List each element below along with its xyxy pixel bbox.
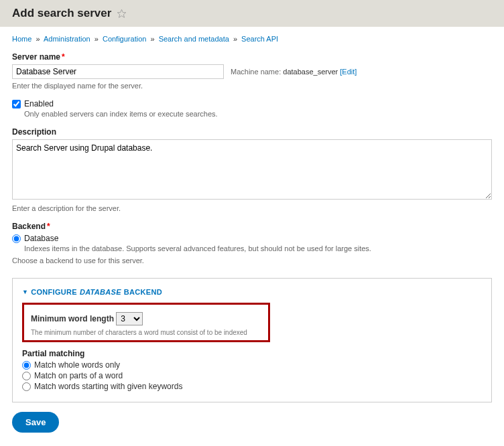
enabled-field: Enabled Only enabled servers can index i… (12, 99, 492, 118)
enabled-help: Only enabled servers can index items or … (24, 110, 492, 118)
enabled-label[interactable]: Enabled (24, 99, 54, 108)
machine-name-edit-link[interactable]: [Edit] (340, 68, 357, 76)
backend-database-radio[interactable] (12, 234, 21, 243)
server-name-field: Server name* Machine name: database_serv… (12, 52, 492, 90)
breadcrumb-administration[interactable]: Administration (44, 35, 90, 43)
breadcrumb-sep: » (150, 35, 154, 43)
description-help: Enter a description for the server. (12, 204, 492, 212)
description-field: Description Search Server using Drupal d… (12, 127, 492, 212)
breadcrumb-search-api[interactable]: Search API (241, 35, 278, 43)
server-name-help: Enter the displayed name for the server. (12, 82, 492, 90)
breadcrumb-search-metadata[interactable]: Search and metadata (159, 35, 229, 43)
backend-help: Choose a backend to use for this server. (12, 256, 492, 265)
breadcrumb-sep: » (233, 35, 237, 43)
page-content: Home » Administration » Configuration » … (0, 27, 504, 445)
min-word-length-label: Minimum word length (31, 314, 114, 323)
svg-marker-0 (118, 9, 127, 17)
description-textarea[interactable]: Search Server using Drupal database. (12, 139, 492, 200)
min-word-length-select[interactable]: 3 (116, 312, 143, 325)
save-button[interactable]: Save (12, 412, 59, 433)
breadcrumb-configuration[interactable]: Configuration (103, 35, 146, 43)
partial-parts-label[interactable]: Match on parts of a word (34, 371, 123, 380)
min-word-length-help: The minimum number of characters a word … (31, 329, 261, 336)
partial-whole-words-label[interactable]: Match whole words only (34, 360, 120, 370)
fieldset-legend[interactable]: ▼ CONFIGURE DATABASE BACKEND (22, 288, 482, 296)
breadcrumb-sep: » (94, 35, 99, 43)
breadcrumb-home[interactable]: Home (12, 35, 32, 43)
configure-backend-fieldset: ▼ CONFIGURE DATABASE BACKEND Minimum wor… (12, 278, 492, 402)
partial-whole-words-radio[interactable] (22, 361, 31, 370)
favorite-star-icon[interactable] (117, 9, 127, 19)
description-label: Description (12, 127, 492, 137)
collapse-arrow-icon: ▼ (22, 289, 28, 295)
partial-matching-section: Partial matching Match whole words only … (22, 349, 482, 391)
page-header: Add search server (0, 0, 504, 27)
partial-starting-radio[interactable] (22, 382, 31, 391)
machine-name-display: Machine name: database_server [Edit] (231, 68, 357, 76)
breadcrumb: Home » Administration » Configuration » … (12, 35, 492, 43)
server-name-label: Server name* (12, 52, 492, 62)
enabled-checkbox[interactable] (12, 100, 21, 108)
page-title: Add search server (12, 7, 111, 20)
backend-label: Backend* (12, 222, 492, 231)
backend-database-label[interactable]: Database (24, 234, 58, 243)
backend-field: Backend* Database Indexes items in the d… (12, 222, 492, 265)
partial-starting-label[interactable]: Match words starting with given keywords (34, 382, 182, 391)
partial-parts-radio[interactable] (22, 372, 31, 380)
backend-database-help: Indexes items in the database. Supports … (24, 244, 492, 252)
breadcrumb-sep: » (36, 35, 40, 43)
server-name-input[interactable] (12, 64, 224, 79)
min-word-length-highlight: Minimum word length 3 The minimum number… (22, 303, 270, 342)
partial-matching-label: Partial matching (22, 349, 482, 358)
